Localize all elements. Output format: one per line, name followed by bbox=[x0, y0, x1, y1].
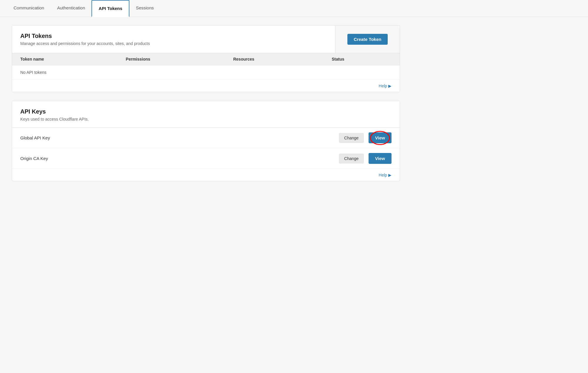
table-header-row: Token name Permissions Resources Status bbox=[12, 53, 400, 65]
global-api-key-change-button[interactable]: Change bbox=[339, 133, 364, 143]
origin-ca-key-actions: Change View bbox=[339, 153, 392, 164]
api-tokens-table: Token name Permissions Resources Status … bbox=[12, 53, 400, 80]
col-status: Status bbox=[324, 53, 400, 65]
api-tokens-title: API Tokens bbox=[20, 33, 327, 39]
api-tokens-header-right: Create Token bbox=[335, 26, 400, 53]
api-tokens-help-row: Help ▶ bbox=[12, 80, 400, 92]
api-keys-subtitle: Keys used to access Cloudflare APIs. bbox=[20, 117, 392, 121]
empty-message: No API tokens bbox=[12, 65, 400, 80]
origin-ca-key-label: Origin CA Key bbox=[20, 156, 48, 161]
api-tokens-subtitle: Manage access and permissions for your a… bbox=[20, 41, 327, 46]
global-api-key-view-button[interactable]: View bbox=[369, 132, 392, 143]
api-tokens-card: API Tokens Manage access and permissions… bbox=[12, 25, 400, 92]
table-row: No API tokens bbox=[12, 65, 400, 80]
global-api-key-actions: Change View bbox=[339, 132, 392, 143]
api-keys-help-row: Help ▶ bbox=[12, 169, 400, 181]
main-content: API Tokens Manage access and permissions… bbox=[0, 17, 412, 198]
origin-ca-key-change-button[interactable]: Change bbox=[339, 154, 364, 164]
tab-sessions[interactable]: Sessions bbox=[129, 0, 160, 17]
col-token-name: Token name bbox=[12, 53, 118, 65]
tabs-nav: Communication Authentication API Tokens … bbox=[0, 0, 588, 17]
tab-authentication[interactable]: Authentication bbox=[51, 0, 91, 17]
tab-communication[interactable]: Communication bbox=[7, 0, 51, 17]
api-tokens-help-link[interactable]: Help ▶ bbox=[379, 84, 392, 88]
origin-ca-key-row: Origin CA Key Change View bbox=[12, 148, 400, 169]
create-token-button[interactable]: Create Token bbox=[347, 34, 388, 45]
api-tokens-header: API Tokens Manage access and permissions… bbox=[12, 26, 400, 53]
col-resources: Resources bbox=[225, 53, 324, 65]
api-keys-header: API Keys Keys used to access Cloudflare … bbox=[12, 101, 400, 128]
api-keys-help-link[interactable]: Help ▶ bbox=[379, 173, 392, 177]
api-keys-card: API Keys Keys used to access Cloudflare … bbox=[12, 101, 400, 181]
api-tokens-header-left: API Tokens Manage access and permissions… bbox=[12, 26, 335, 53]
col-permissions: Permissions bbox=[118, 53, 225, 65]
tab-api-tokens[interactable]: API Tokens bbox=[91, 0, 129, 17]
global-api-key-row: Global API Key Change View bbox=[12, 128, 400, 148]
api-keys-title: API Keys bbox=[20, 108, 392, 115]
origin-ca-key-view-button[interactable]: View bbox=[369, 153, 392, 164]
global-api-key-label: Global API Key bbox=[20, 135, 50, 140]
